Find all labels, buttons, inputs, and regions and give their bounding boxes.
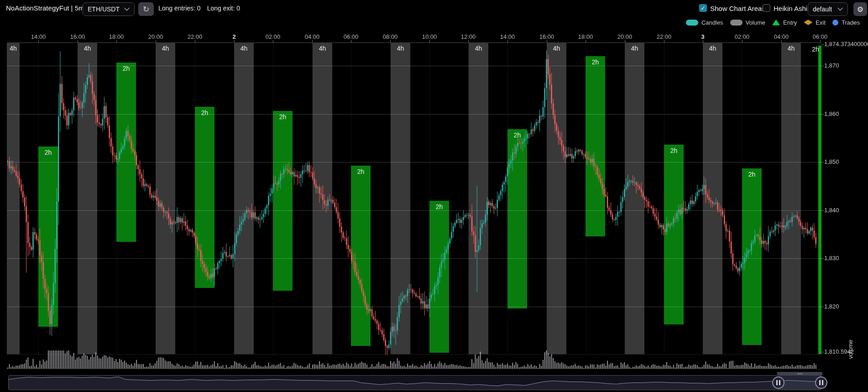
x-axis-label: 04:00 — [774, 33, 789, 40]
settings-button[interactable]: ⚙ — [853, 2, 867, 16]
x-axis-label: 06:00 — [344, 33, 359, 40]
toolbar: NoActionStrategyFut | 5m ETH/USDT ↻ Long… — [0, 0, 868, 18]
band-label-4h: 4h — [788, 45, 795, 52]
pair-select[interactable]: ETH/USDT — [83, 2, 135, 16]
band-label-4h: 4h — [475, 45, 482, 52]
candles-marker-icon — [686, 20, 698, 26]
move-bar-dot — [801, 373, 802, 374]
legend-item-label: Exit — [816, 19, 826, 26]
band-label-2h: 2h — [279, 113, 287, 120]
x-axis-label: 2 — [232, 33, 235, 40]
band-label-2h: 2h — [670, 147, 678, 154]
x-axis-label: 16:00 — [539, 33, 554, 40]
y-axis-tick — [821, 352, 824, 352]
x-axis-tick — [468, 40, 469, 42]
band-label-2h: 2h — [201, 109, 209, 116]
legend-item-label: Trades — [842, 19, 860, 26]
legend-item-label: Entry — [783, 19, 797, 26]
volume-marker-icon — [730, 20, 743, 26]
y-axis-tick — [821, 210, 824, 211]
x-axis-tick — [429, 40, 430, 42]
x-axis-tick — [273, 40, 273, 42]
check-icon: ✓ — [701, 5, 705, 11]
move-bar-dot — [800, 373, 800, 374]
x-axis-label: 02:00 — [735, 33, 750, 40]
x-axis-label: 18:00 — [109, 33, 124, 40]
trade-counters: Long entries: 0 Long exit: 0 — [158, 5, 240, 12]
y-axis-label: 1,870 — [824, 62, 839, 69]
y-axis-tick — [821, 307, 824, 307]
y-axis-label: 1,850 — [824, 158, 839, 165]
heikin-ashi-checkbox[interactable] — [763, 4, 770, 12]
y-axis-label: 1,860 — [824, 110, 839, 117]
y-axis-tick — [821, 66, 824, 66]
y-axis-label: 1,820 — [824, 303, 839, 310]
legend-item-candles[interactable]: Candles — [686, 19, 723, 26]
navigator-move-bar[interactable] — [777, 372, 822, 376]
band-label-4h: 4h — [709, 45, 716, 52]
band-label-4h: 4h — [319, 45, 326, 52]
x-axis-tick — [156, 40, 156, 42]
y-axis-label: 1,830 — [824, 255, 839, 261]
long-entries-count: Long entries: 0 — [158, 5, 201, 12]
x-axis-label: 02:00 — [266, 33, 281, 40]
trading-chart-app: 14:0016:0018:0020:0022:00202:0004:0006:0… — [0, 0, 868, 392]
chevron-down-icon — [124, 7, 130, 11]
x-axis-label: 18:00 — [578, 33, 593, 40]
band-label-4h: 4h — [84, 45, 91, 52]
heikin-ashi-label: Heikin Ashi — [774, 5, 807, 12]
chart-legend: CandlesVolumeEntryExitTrades — [686, 18, 860, 26]
band-label-2h: 2h — [123, 65, 130, 72]
show-chart-areas-checkbox[interactable]: ✓ — [699, 4, 707, 12]
x-axis-tick — [547, 40, 547, 42]
legend-item-entry[interactable]: Entry — [772, 19, 797, 26]
y-axis-tick — [821, 162, 824, 162]
legend-item-trades[interactable]: Trades — [832, 19, 860, 26]
band-label-4h: 4h — [162, 45, 169, 52]
y-axis-tick — [821, 114, 824, 115]
x-axis-tick — [116, 40, 117, 42]
navigator-left-handle[interactable] — [772, 376, 784, 389]
band-label-2h: 2h — [45, 149, 52, 156]
x-axis-tick — [38, 40, 39, 42]
plot-config-value: default — [813, 5, 832, 13]
refresh-button[interactable]: ↻ — [138, 2, 154, 16]
plot-config-select[interactable]: default — [808, 2, 848, 16]
x-axis-label: 22:00 — [188, 33, 203, 40]
refresh-icon: ↻ — [143, 5, 149, 14]
x-axis-tick — [234, 40, 235, 42]
x-axis-label: 12:00 — [461, 33, 476, 40]
entry-marker-icon — [772, 20, 780, 26]
band-label-2h: 2h — [812, 46, 819, 53]
band-label-4h: 4h — [10, 45, 17, 52]
x-axis-tick — [664, 40, 664, 42]
band-label-2h: 2h — [436, 203, 443, 210]
x-axis-tick — [820, 40, 821, 42]
gear-icon: ⚙ — [857, 5, 863, 14]
exit-marker-icon — [804, 20, 812, 25]
x-axis-label: 20:00 — [617, 33, 633, 40]
x-axis-tick — [742, 40, 743, 42]
band-label-4h: 4h — [397, 45, 404, 52]
x-axis-tick — [195, 40, 195, 42]
legend-item-volume[interactable]: Volume — [730, 19, 765, 26]
x-axis-label: 10:00 — [422, 33, 437, 40]
x-axis-label: 08:00 — [383, 33, 398, 40]
x-axis-label: 04:00 — [305, 33, 320, 40]
x-axis-label: 22:00 — [657, 33, 672, 40]
legend-item-exit[interactable]: Exit — [804, 19, 826, 26]
chart-overlay: 14:0016:0018:0020:0022:00202:0004:0006:0… — [0, 0, 868, 392]
show-chart-areas-label: Show Chart Areas — [710, 5, 765, 12]
x-axis-label: 16:00 — [70, 33, 85, 40]
legend-item-label: Candles — [701, 19, 723, 26]
volume-axis-label: volume — [847, 336, 854, 363]
trades-marker-icon — [832, 20, 838, 26]
x-axis-tick — [78, 40, 78, 42]
x-axis-tick — [703, 40, 703, 42]
band-label-2h: 2h — [357, 168, 365, 175]
chevron-down-icon — [837, 7, 843, 11]
navigator-right-handle[interactable] — [815, 376, 827, 389]
y-axis-tick — [821, 44, 824, 45]
x-axis-tick — [312, 40, 313, 42]
band-label-2h: 2h — [748, 171, 756, 178]
